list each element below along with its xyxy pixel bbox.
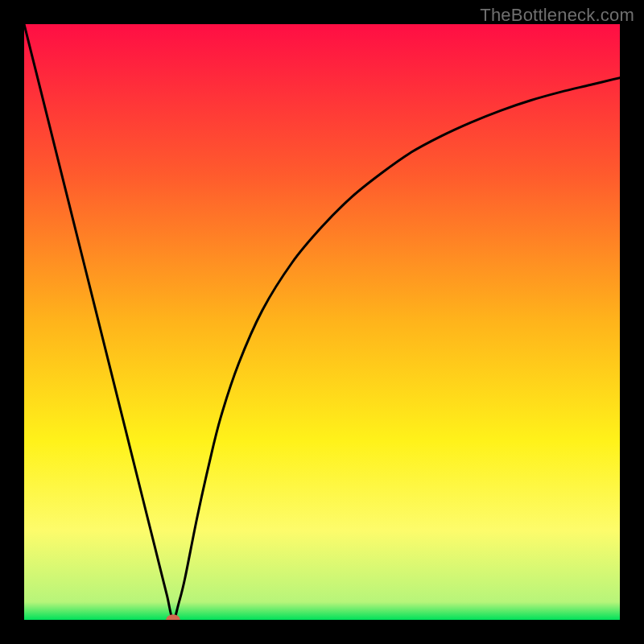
- watermark-text: TheBottleneck.com: [480, 5, 634, 26]
- chart-svg: [24, 24, 620, 620]
- chart-background: [24, 24, 620, 620]
- chart-frame: TheBottleneck.com: [0, 0, 644, 644]
- plot-area: [24, 24, 620, 620]
